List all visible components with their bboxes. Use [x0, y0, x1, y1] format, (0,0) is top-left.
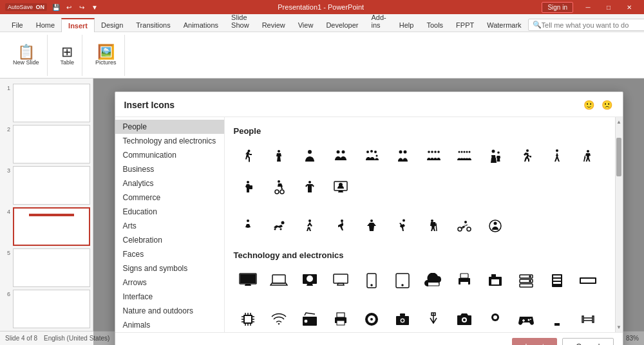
icon-person-bending[interactable] [327, 212, 355, 240]
save-icon[interactable]: 💾 [51, 2, 61, 12]
category-education[interactable]: Education [115, 205, 224, 219]
icon-chip[interactable] [234, 305, 262, 332]
icon-baby-crawling[interactable] [265, 212, 293, 240]
category-signs[interactable]: Signs and symbols [115, 261, 224, 275]
tab-tools[interactable]: Tools [420, 19, 450, 32]
icon-person-walking[interactable] [234, 142, 262, 171]
icon-monitor2[interactable] [327, 266, 355, 295]
insert-button[interactable]: Insert [512, 338, 557, 345]
icon-cloud-compute[interactable] [419, 266, 448, 295]
sign-in-button[interactable]: Sign in [542, 2, 573, 13]
tab-help[interactable]: Help [393, 19, 421, 32]
icon-person-wheelchair[interactable] [265, 173, 293, 201]
icon-fax[interactable] [481, 266, 509, 295]
help-icon[interactable]: 🙁 [601, 98, 614, 111]
icon-monitor-circle[interactable] [296, 266, 324, 295]
slide-2[interactable] [13, 125, 90, 163]
tab-watermark[interactable]: Watermark [480, 19, 527, 32]
minimize-button[interactable]: ─ [578, 0, 598, 14]
tab-transitions[interactable]: Transitions [129, 19, 176, 32]
icon-vinyl[interactable] [357, 305, 386, 332]
icon-person-cane[interactable] [419, 212, 448, 240]
icon-person-elderly[interactable] [574, 142, 602, 171]
icon-laptop[interactable] [265, 266, 293, 295]
icon-child-playing[interactable] [234, 212, 262, 240]
icon-tablet[interactable] [388, 266, 417, 295]
search-input[interactable] [542, 21, 644, 29]
scroll-down-button[interactable]: ▼ [614, 322, 622, 332]
icon-person-walking2[interactable] [543, 142, 571, 171]
icon-webcam[interactable] [481, 305, 509, 332]
icon-person-silhouette[interactable] [296, 142, 324, 171]
icon-printer2[interactable] [327, 305, 355, 332]
icon-server2[interactable] [543, 266, 571, 295]
tab-animations[interactable]: Animations [177, 19, 225, 32]
table-button[interactable]: ⊞ Table [58, 44, 77, 67]
undo-icon[interactable]: ↩ [64, 2, 74, 12]
icon-person-running[interactable] [512, 142, 540, 171]
icon-camera-old[interactable] [388, 305, 417, 332]
smiley-icon[interactable]: 🙂 [583, 98, 596, 111]
category-people[interactable]: People [115, 120, 224, 134]
icon-person-running2[interactable] [388, 212, 417, 240]
new-slide-button[interactable]: 📋 New Slide [10, 44, 42, 67]
more-icon[interactable]: ▼ [90, 2, 100, 12]
slide-6[interactable] [13, 290, 90, 328]
slide-5[interactable] [13, 248, 90, 287]
icon-people-circle[interactable] [481, 212, 509, 240]
icon-desktop[interactable] [234, 266, 262, 295]
icon-person-with-bag[interactable] [234, 173, 262, 201]
category-interface[interactable]: Interface [115, 290, 224, 304]
icon-family[interactable] [357, 142, 386, 171]
icon-person-female[interactable] [265, 142, 293, 171]
scroll-up-button[interactable]: ▲ [614, 117, 622, 127]
icon-cables[interactable] [574, 305, 602, 332]
category-animals[interactable]: Animals [115, 318, 224, 332]
category-arrows[interactable]: Arrows [115, 275, 224, 290]
cancel-button[interactable]: Cancel [562, 338, 613, 345]
tab-review[interactable]: Review [256, 19, 292, 32]
icon-server[interactable] [512, 266, 540, 295]
icon-screen-person[interactable] [327, 173, 355, 201]
icon-gamepad[interactable] [512, 305, 540, 332]
category-arts[interactable]: Arts [115, 219, 224, 233]
scrollbar-thumb[interactable] [616, 138, 621, 176]
icon-couple[interactable] [388, 142, 417, 171]
icon-phone[interactable] [357, 266, 386, 295]
category-analytics[interactable]: Analytics [115, 176, 224, 191]
icon-usb[interactable] [419, 305, 448, 332]
category-tech[interactable]: Technology and electronics [115, 134, 224, 148]
icon-person-biking[interactable] [450, 212, 478, 240]
icon-person-yoga[interactable] [357, 212, 386, 240]
icon-device-long[interactable] [574, 266, 602, 295]
maximize-button[interactable]: □ [599, 0, 618, 14]
tab-developer[interactable]: Developer [319, 19, 365, 32]
icon-group-small[interactable] [327, 142, 355, 171]
redo-icon[interactable]: ↪ [77, 2, 87, 12]
icon-wifi[interactable] [265, 305, 293, 332]
close-button[interactable]: ✕ [620, 0, 639, 14]
tab-view[interactable]: View [292, 19, 320, 32]
icon-radio[interactable] [296, 305, 324, 332]
icon-group-large[interactable] [450, 142, 478, 171]
icon-camera[interactable] [450, 305, 478, 332]
icon-people-many[interactable] [419, 142, 448, 171]
category-business[interactable]: Business [115, 162, 224, 176]
tab-fppt[interactable]: FPPT [450, 19, 480, 32]
slide-3[interactable] [13, 166, 90, 205]
icon-person-with-child[interactable] [481, 142, 509, 171]
category-faces[interactable]: Faces [115, 247, 224, 261]
icon-printer[interactable] [450, 266, 478, 295]
tab-file[interactable]: File [5, 19, 30, 32]
category-communication[interactable]: Communication [115, 148, 224, 162]
search-bar[interactable]: 🔍 [528, 19, 644, 31]
category-nature[interactable]: Nature and outdoors [115, 304, 224, 318]
category-commerce[interactable]: Commerce [115, 191, 224, 205]
tab-home[interactable]: Home [30, 19, 61, 32]
slide-4[interactable] [13, 207, 90, 246]
tab-design[interactable]: Design [95, 19, 129, 32]
pictures-button[interactable]: 🖼️ Pictures [93, 44, 119, 67]
tab-insert[interactable]: Insert [61, 18, 95, 32]
icon-person-arms-up[interactable] [296, 173, 324, 201]
icon-person-stretching[interactable] [296, 212, 324, 240]
